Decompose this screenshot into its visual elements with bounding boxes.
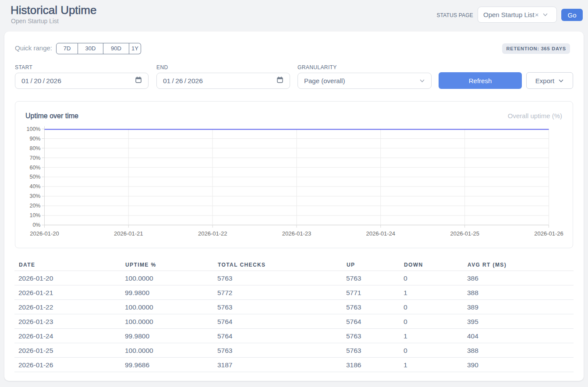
svg-text:80%: 80%	[29, 145, 40, 151]
svg-text:0%: 0%	[32, 222, 40, 228]
svg-text:30%: 30%	[29, 193, 40, 199]
svg-text:90%: 90%	[29, 136, 40, 142]
svg-text:2026-01-25: 2026-01-25	[450, 230, 479, 237]
svg-text:50%: 50%	[29, 174, 40, 180]
svg-text:60%: 60%	[29, 165, 40, 171]
svg-text:40%: 40%	[29, 183, 40, 190]
svg-text:2026-01-26: 2026-01-26	[534, 230, 563, 237]
svg-text:2026-01-22: 2026-01-22	[198, 230, 227, 237]
svg-text:70%: 70%	[29, 155, 40, 161]
svg-text:100%: 100%	[27, 126, 41, 132]
svg-text:2026-01-24: 2026-01-24	[366, 230, 396, 237]
svg-text:20%: 20%	[29, 203, 40, 209]
svg-text:2026-01-23: 2026-01-23	[282, 230, 312, 237]
svg-text:2026-01-20: 2026-01-20	[30, 230, 59, 237]
svg-text:2026-01-21: 2026-01-21	[114, 230, 143, 237]
svg-text:10%: 10%	[29, 212, 40, 218]
